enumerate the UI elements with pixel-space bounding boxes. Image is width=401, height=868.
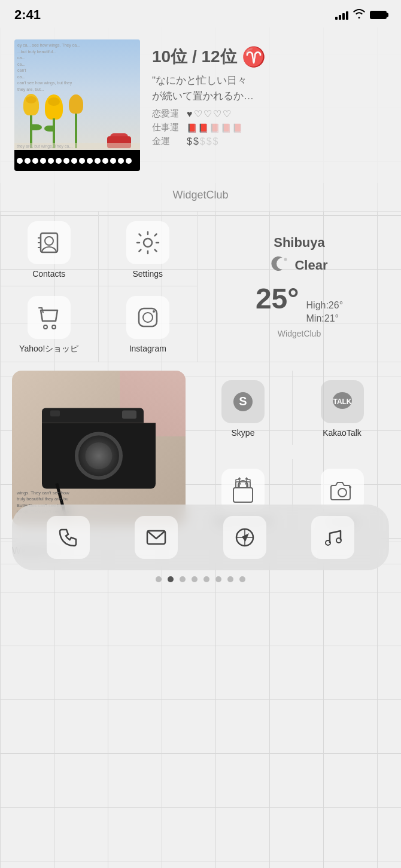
weather-condition-text: Clear [294, 258, 327, 273]
yahoo-shopping-icon[interactable] [28, 296, 71, 339]
horoscope-message: "なにかと忙しい日々が続いて置かれるか… [152, 73, 387, 103]
music-dock-icon[interactable] [311, 516, 354, 559]
svg-point-6 [44, 325, 47, 329]
love-fortune-icons: ♥♡♡♡♡ [187, 108, 232, 120]
yahoo-shopping-app[interactable]: Yahoo!ショッピ [0, 286, 99, 362]
settings-app[interactable]: Settings [99, 212, 198, 286]
kakaotalk-app[interactable]: TALK KakaoTalk [293, 371, 391, 445]
page-dot-3[interactable] [180, 576, 186, 582]
mail-dock-icon[interactable] [135, 516, 178, 559]
status-time: 2:41 [14, 7, 41, 23]
svg-rect-18 [233, 488, 253, 502]
svg-point-1 [45, 237, 53, 245]
weather-condition-row: Clear [207, 254, 391, 277]
svg-point-11 [143, 313, 153, 322]
page-dot-6[interactable] [215, 576, 221, 582]
work-fortune-row: 仕事運 📕📕📕📕📕 [152, 122, 387, 133]
page-dot-8[interactable] [239, 576, 245, 582]
page-dot-1[interactable] [156, 576, 162, 582]
skype-app[interactable]: S Skype [194, 371, 293, 445]
page-dot-4[interactable] [192, 576, 198, 582]
svg-point-24 [338, 488, 347, 497]
contacts-settings-row: Contacts Settings [0, 212, 197, 286]
money-fortune-icons: $$$$$ [187, 136, 220, 147]
skype-label: Skype [232, 428, 255, 438]
polka-dot-bar [14, 150, 140, 171]
contacts-icon[interactable] [28, 221, 71, 264]
app-weather-row: Contacts Settings [0, 211, 401, 362]
signal-bars-icon [335, 10, 348, 20]
love-fortune-row: 恋愛運 ♥♡♡♡♡ [152, 108, 387, 120]
svg-marker-22 [238, 477, 241, 479]
battery-icon [370, 11, 387, 19]
left-app-column: Contacts Settings [0, 212, 198, 362]
page-dot-7[interactable] [227, 576, 233, 582]
contacts-label: Contacts [32, 269, 65, 279]
weather-temp-main: 25° [256, 282, 299, 315]
svg-text:S: S [239, 395, 247, 408]
weather-widget[interactable]: Shibuya Clear 25° High:26° Min:21° Widge… [198, 212, 401, 362]
svg-line-9 [42, 308, 43, 313]
horoscope-info: 10位 / 12位 ♈ "なにかと忙しい日々が続いて置かれるか… 恋愛運 ♥♡♡… [152, 39, 387, 149]
skype-kakaotalk-row: S Skype TALK KakaoTalk [194, 371, 391, 445]
dock [12, 505, 389, 570]
instagram-label: Instagram [129, 344, 166, 353]
svg-point-25 [349, 486, 351, 488]
weather-temp-row: 25° High:26° Min:21° [207, 282, 391, 326]
phone-dock-icon[interactable] [47, 516, 90, 559]
weather-temp-range: High:26° Min:21° [306, 299, 344, 326]
settings-label: Settings [132, 269, 163, 279]
aries-symbol: ♈ [242, 45, 266, 68]
horoscope-widget[interactable]: ey ca... see how wings. They ca... ...bu… [0, 27, 401, 183]
settings-icon[interactable] [126, 221, 169, 264]
svg-marker-23 [245, 477, 248, 479]
instagram-icon[interactable] [126, 296, 169, 339]
kakaotalk-label: KakaoTalk [323, 428, 361, 438]
moon-icon [271, 254, 290, 277]
widgetclub-big-widget[interactable]: wings. They can't see how truly beautifu… [12, 371, 186, 526]
svg-text:TALK: TALK [333, 398, 351, 406]
page-dot-2[interactable] [168, 576, 174, 582]
horoscope-rank: 10位 / 12位 ♈ [152, 45, 387, 68]
work-fortune-icons: 📕📕📕📕📕 [187, 123, 244, 133]
status-bar: 2:41 [0, 0, 401, 27]
svg-point-13 [284, 258, 287, 261]
yahoo-instagram-row: Yahoo!ショッピ Instagram [0, 286, 197, 362]
contacts-app[interactable]: Contacts [0, 212, 99, 286]
weather-source: WidgetClub [207, 329, 391, 338]
page-dot-5[interactable] [203, 576, 209, 582]
horoscope-image: ey ca... see how wings. They ca... ...bu… [14, 39, 140, 171]
weather-city: Shibuya [207, 235, 391, 250]
yahoo-shopping-label: Yahoo!ショッピ [19, 344, 78, 354]
svg-point-7 [52, 325, 56, 329]
kakaotalk-icon[interactable]: TALK [321, 380, 364, 423]
instagram-app[interactable]: Instagram [99, 286, 198, 362]
svg-point-12 [153, 310, 155, 313]
safari-dock-icon[interactable] [223, 516, 266, 559]
svg-point-5 [144, 239, 152, 247]
wifi-icon [353, 9, 365, 21]
money-fortune-row: 金運 $$$$$ [152, 136, 387, 147]
skype-icon[interactable]: S [221, 380, 265, 423]
widgetclub-header-label: WidgetClub [0, 183, 401, 211]
status-icons [335, 9, 387, 21]
